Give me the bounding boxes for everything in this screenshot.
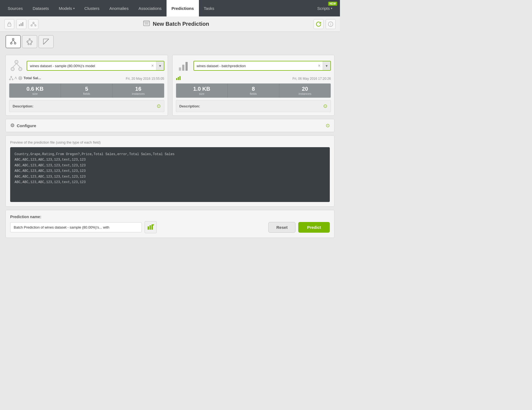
configure-header[interactable]: ⚙ Configure ⊙ (6, 119, 334, 132)
navigation: Sources Datasets Models ▾ Clusters Anoma… (0, 0, 340, 16)
svg-rect-9 (143, 21, 150, 26)
type-tree-button[interactable] (5, 35, 21, 48)
right-panel-header: × ▾ (176, 58, 331, 73)
svg-text:i: i (330, 22, 331, 26)
right-stat-instances-label: instances (280, 92, 330, 95)
svg-point-35 (11, 76, 12, 77)
right-stat-fields-value: 8 (229, 86, 278, 92)
left-model-icon (9, 58, 24, 73)
left-stat-instances-value: 16 (114, 86, 163, 92)
nav-predictions[interactable]: Predictions (167, 0, 199, 16)
svg-line-33 (13, 64, 16, 67)
nav-associations[interactable]: Associations (134, 0, 167, 16)
right-description[interactable]: Description: ⊙ (176, 100, 331, 112)
left-model-input[interactable] (27, 62, 149, 70)
preview-section: Preview of the prediction file (using th… (5, 135, 334, 207)
left-target-icon (18, 76, 22, 81)
svg-point-23 (28, 44, 29, 45)
svg-point-17 (14, 42, 16, 44)
prediction-icon-button[interactable] (145, 221, 157, 233)
left-tree-icon (9, 76, 13, 81)
right-chart-icon (176, 76, 181, 81)
nav-models[interactable]: Models ▾ (54, 0, 79, 16)
right-model-select: × ▾ (193, 61, 331, 71)
svg-rect-44 (182, 65, 184, 71)
info-button[interactable]: i (326, 19, 336, 29)
nav-tasks[interactable]: Tasks (199, 0, 219, 16)
svg-line-29 (43, 39, 49, 44)
svg-rect-0 (8, 24, 11, 26)
right-stat-fields-label: fields (229, 92, 278, 95)
batch-prediction-icon (143, 20, 150, 28)
left-model-clear[interactable]: × (149, 63, 156, 68)
left-panel-header: × ▾ (9, 58, 164, 73)
right-meta-date: Fri, 06 May 2016 17:20:26 (292, 77, 331, 81)
chart-icon[interactable] (16, 19, 26, 29)
preview-line-2: ABC,ABC,123,ABC,123,123,text,123,123 (15, 163, 325, 168)
right-stat-size-label: size (177, 92, 226, 95)
preview-title: Preview of the prediction file (using th… (10, 140, 330, 144)
type-ensemble-button[interactable] (22, 35, 37, 48)
svg-point-4 (33, 22, 34, 23)
left-lambda-icon: Λ (15, 76, 17, 81)
svg-point-16 (10, 42, 12, 44)
right-panel: × ▾ Fri, 06 May 2016 17:20:26 (172, 55, 335, 116)
right-stat-size: 1.0 KB size (176, 84, 228, 98)
type-selector (0, 32, 340, 52)
svg-point-20 (29, 39, 30, 40)
left-meta-name: Total Sal... (24, 76, 41, 81)
svg-line-26 (30, 40, 32, 41)
prediction-name-label: Prediction name: (10, 215, 330, 219)
preview-line-3: ABC,ABC,123,ABC,123,123,text,123,123 (15, 168, 325, 174)
right-model-clear[interactable]: × (316, 63, 323, 68)
nav-datasets[interactable]: Datasets (28, 0, 54, 16)
preview-subtitle: (using the type of each field) (56, 140, 100, 144)
prediction-name-row: Reset Predict (10, 221, 330, 233)
action-buttons: Reset Predict (268, 222, 330, 233)
svg-point-5 (31, 25, 32, 26)
preview-line-0: Country,Grape,Rating,From Oregon?,Price,… (15, 152, 325, 157)
svg-line-7 (32, 23, 33, 25)
type-linear-button[interactable] (38, 35, 54, 48)
nav-clusters[interactable]: Clusters (80, 0, 105, 16)
nav-anomalies[interactable]: Anomalies (105, 0, 134, 16)
left-model-arrow-icon[interactable]: ▾ (156, 61, 164, 70)
nav-sources[interactable]: Sources (3, 0, 28, 16)
right-dataset-icon (176, 58, 191, 73)
main-content: × ▾ Λ (0, 52, 340, 241)
scripts-arrow-icon: ▾ (331, 7, 332, 10)
configure-arrow-icon: ⊙ (326, 123, 330, 129)
prediction-name-input[interactable] (10, 222, 142, 232)
configure-label: Configure (17, 123, 36, 128)
left-meta-row: Λ Total Sal... Fri, 20 May 2016 15:55:05 (9, 76, 164, 81)
right-model-arrow-icon[interactable]: ▾ (323, 61, 330, 70)
svg-point-32 (19, 67, 22, 71)
svg-line-27 (27, 42, 29, 44)
svg-rect-49 (148, 226, 149, 230)
svg-line-38 (10, 77, 11, 79)
lock-icon[interactable] (4, 19, 14, 29)
left-stat-fields: 5 fields (61, 84, 112, 98)
right-meta-icons (176, 76, 181, 81)
toolbar: New Batch Prediction i (0, 16, 340, 32)
left-stat-size-value: 0.6 KB (10, 86, 60, 92)
reset-button[interactable]: Reset (268, 222, 295, 233)
predict-button[interactable]: Predict (298, 222, 330, 233)
svg-line-28 (31, 42, 32, 44)
left-stat-size: 0.6 KB size (9, 84, 61, 98)
left-stat-instances: 16 instances (112, 84, 164, 98)
refresh-button[interactable] (314, 19, 323, 29)
right-stat-instances: 20 instances (279, 84, 331, 98)
svg-point-6 (35, 25, 36, 26)
preview-line-5: ABC,ABC,123,ABC,123,123,text,123,123 (15, 180, 325, 185)
left-description[interactable]: Description: ⊙ (9, 100, 164, 112)
svg-line-18 (11, 40, 13, 42)
right-model-input[interactable] (194, 62, 316, 70)
left-model-select: × ▾ (27, 61, 164, 71)
right-desc-label: Description: (179, 104, 200, 108)
preview-line-1: ABC,ABC,123,ABC,123,123,text,123,123 (15, 157, 325, 163)
configure-section: ⚙ Configure ⊙ (5, 119, 334, 132)
network-icon[interactable] (29, 19, 38, 29)
svg-line-19 (13, 40, 15, 42)
toolbar-icons (4, 19, 38, 29)
